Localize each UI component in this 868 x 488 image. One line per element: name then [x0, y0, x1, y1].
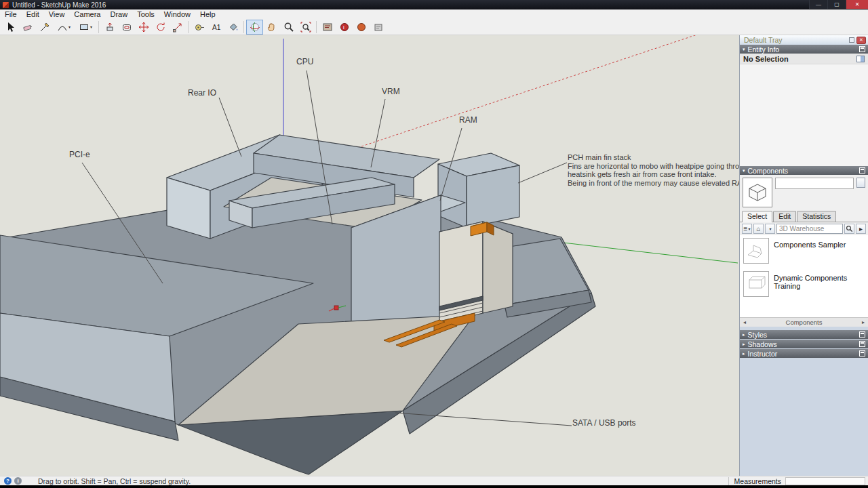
toolbar-separator	[316, 21, 317, 33]
line-tool-button[interactable]	[36, 20, 53, 35]
warehouse-search-input[interactable]	[776, 224, 843, 234]
letterbox-bar	[0, 485, 868, 488]
secondary-pane-button[interactable]	[856, 178, 865, 188]
select-tool-button[interactable]	[2, 20, 19, 35]
pan-tool-button[interactable]	[263, 20, 280, 35]
tape-measure-tool-button[interactable]	[191, 20, 208, 35]
list-item[interactable]: Dynamic Components Training	[743, 271, 865, 297]
rectangle-icon	[79, 22, 90, 33]
menu-camera[interactable]: Camera	[69, 9, 105, 19]
styles-collapse-button[interactable]	[859, 331, 865, 338]
menu-file[interactable]: File	[0, 9, 22, 19]
dropdown-caret-icon[interactable]: ▾	[68, 24, 71, 29]
entity-info-header[interactable]: ▾ Entity Info	[740, 45, 868, 54]
extension-button-2[interactable]	[370, 20, 387, 35]
component-name-field[interactable]	[775, 178, 854, 189]
prev-collection-icon[interactable]: ◂	[740, 319, 749, 325]
search-button[interactable]	[844, 224, 854, 234]
measurements-field[interactable]	[785, 477, 865, 485]
tab-select[interactable]: Select	[742, 211, 772, 222]
toolbar-separator	[188, 21, 189, 33]
sketchup-logo-icon	[3, 2, 9, 8]
tab-statistics[interactable]: Statistics	[797, 211, 836, 222]
entity-info-body	[740, 64, 868, 166]
rotate-icon	[155, 22, 166, 33]
collapsed-triangle-icon[interactable]: ▸	[743, 342, 745, 347]
entity-info-collapse-button[interactable]	[859, 46, 865, 52]
rotate-tool-button[interactable]	[152, 20, 169, 35]
tray-close-button[interactable]: ✕	[856, 37, 866, 44]
styles-title: Styles	[748, 331, 768, 339]
shadows-collapse-button[interactable]	[859, 341, 865, 347]
orbit-tool-button[interactable]	[246, 20, 263, 35]
dimensions-tool-button[interactable]: A1	[208, 20, 224, 35]
components-title: Components	[748, 167, 789, 175]
toggle-panes-icon[interactable]	[856, 56, 865, 62]
tape-measure-icon	[194, 22, 205, 33]
offset-icon	[121, 22, 132, 33]
components-list: Components Sampler Dynamic Components Tr…	[740, 235, 868, 317]
label-ram: RAM	[459, 115, 477, 125]
help-icon[interactable]: ?	[4, 477, 12, 485]
shapes-tool-button[interactable]: ▾	[75, 20, 96, 35]
annotation-pch-line1: Fins are horizontal to mobo with heatpip…	[568, 162, 739, 171]
component-thumbnail[interactable]	[743, 238, 769, 264]
ram-block[interactable]	[438, 153, 519, 228]
model-viewport[interactable]: Rear IO CPU VRM RAM PCI-e SATA / USB por…	[0, 35, 739, 476]
component-item-label[interactable]: Dynamic Components Training	[774, 274, 865, 297]
components-header[interactable]: ▾ Components	[740, 166, 868, 175]
offset-tool-button[interactable]	[118, 20, 135, 35]
model-canvas[interactable]	[0, 35, 739, 476]
collapsed-triangle-icon[interactable]: ▸	[743, 351, 745, 357]
title-bar: Untitled - SketchUp Make 2016 — ▢ ✕	[0, 0, 868, 9]
menu-bar: File Edit View Camera Draw Tools Window …	[0, 9, 868, 19]
label-vrm: VRM	[382, 87, 400, 96]
collapsed-triangle-icon[interactable]: ▸	[743, 332, 745, 338]
eraser-tool-button[interactable]	[19, 20, 36, 35]
model-info-button[interactable]	[319, 20, 336, 35]
instructor-header[interactable]: ▸ Instructor	[740, 349, 868, 358]
menu-window[interactable]: Window	[159, 9, 195, 19]
view-options-button[interactable]: ≡▾	[742, 224, 752, 234]
cube-icon	[743, 178, 772, 207]
menu-view[interactable]: View	[44, 9, 70, 19]
menu-draw[interactable]: Draw	[105, 9, 132, 19]
zoom-tool-button[interactable]	[280, 20, 297, 35]
close-button[interactable]: ✕	[846, 0, 868, 9]
scale-tool-button[interactable]	[169, 20, 186, 35]
paint-bucket-tool-button[interactable]	[224, 20, 241, 35]
menu-tools[interactable]: Tools	[132, 9, 159, 19]
window-controls: — ▢ ✕	[809, 0, 868, 9]
minimize-button[interactable]: —	[809, 0, 827, 9]
zoom-extents-button[interactable]	[297, 20, 314, 35]
pch-fin-stack[interactable]	[439, 222, 513, 324]
collections-dropdown-button[interactable]: ▾	[765, 224, 775, 234]
forward-nav-button[interactable]: ▸	[856, 224, 866, 234]
component-item-label[interactable]: Components Sampler	[774, 241, 846, 264]
pin-icon[interactable]	[849, 37, 854, 43]
menu-help[interactable]: Help	[195, 9, 220, 19]
instructor-button[interactable]: i	[336, 20, 353, 35]
component-preview-thumbnail[interactable]	[743, 178, 772, 207]
tray-title-bar[interactable]: Default Tray ✕	[740, 35, 868, 45]
menu-edit[interactable]: Edit	[22, 9, 44, 19]
components-collapse-button[interactable]	[859, 167, 865, 174]
push-pull-tool-button[interactable]	[101, 20, 118, 35]
extension-button-1[interactable]	[353, 20, 370, 35]
component-thumbnail[interactable]	[743, 271, 769, 297]
dropdown-caret-icon[interactable]: ▾	[90, 24, 92, 29]
default-tray: Default Tray ✕ ▾ Entity Info No Selectio…	[739, 35, 868, 476]
next-collection-icon[interactable]: ▸	[859, 319, 868, 325]
instructor-collapse-button[interactable]	[859, 350, 865, 357]
tab-edit[interactable]: Edit	[773, 211, 796, 222]
styles-header[interactable]: ▸ Styles	[740, 330, 868, 339]
shadows-header[interactable]: ▸ Shadows	[740, 340, 868, 348]
list-item[interactable]: Components Sampler	[743, 238, 865, 264]
move-tool-button[interactable]	[135, 20, 152, 35]
in-model-button[interactable]: ⌂	[753, 224, 764, 234]
geolocation-icon[interactable]: i	[14, 477, 22, 485]
expand-triangle-icon[interactable]: ▾	[743, 47, 745, 52]
arc-tool-button[interactable]: ▾	[53, 20, 75, 35]
expand-triangle-icon[interactable]: ▾	[743, 168, 745, 174]
maximize-button[interactable]: ▢	[827, 0, 846, 9]
